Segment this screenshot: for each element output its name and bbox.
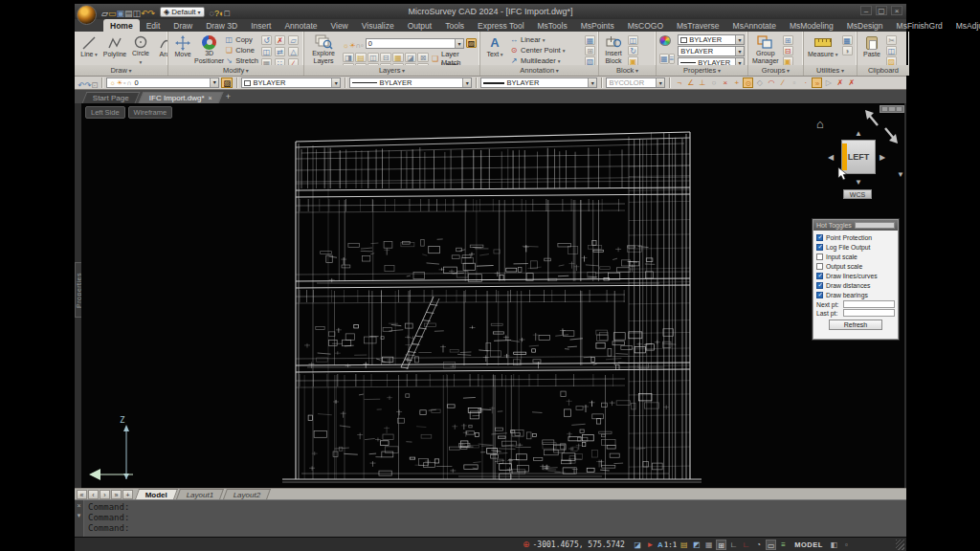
lineweight-combo[interactable]: BYLAYER▾	[480, 77, 597, 88]
rotate-down-icon[interactable]: ▼	[855, 178, 862, 187]
modify-tool-icon[interactable]: ◫	[261, 47, 272, 56]
clipboard-extra-icon[interactable]: ◫	[886, 46, 897, 55]
text-button[interactable]: A Text	[483, 33, 506, 65]
status-toggle-icon[interactable]: ◪	[633, 540, 643, 550]
toggle-row[interactable]: Draw lines/curves	[816, 271, 895, 280]
block-extra-icon[interactable]: ↻	[628, 46, 638, 55]
multileader-button[interactable]: ↗Multileader	[509, 55, 582, 65]
qat-icon[interactable]: ◫	[132, 9, 141, 18]
modify-tool-icon[interactable]: △	[288, 47, 299, 56]
checkbox-icon[interactable]	[816, 282, 823, 289]
layer-tool-icon[interactable]: ⊠	[417, 53, 429, 62]
snap-icon[interactable]: ⊥	[697, 77, 707, 88]
arc-button[interactable]: Arc	[155, 33, 167, 65]
set-layer-by-entity-button[interactable]: ▨	[221, 77, 233, 88]
insert-block-button[interactable]: Insert Block	[602, 33, 625, 65]
layer-combo[interactable]: 0▾	[366, 38, 464, 49]
annotation-extra-icon[interactable]: ⊞	[585, 46, 595, 55]
home-icon[interactable]: ⌂	[816, 117, 824, 131]
ribbon-tab[interactable]: Annotate	[278, 19, 323, 32]
corner-arrow-icon[interactable]: ▼	[897, 170, 904, 179]
utility-extra-icon[interactable]: ▦	[842, 35, 853, 45]
toggle-row[interactable]: Log File Output	[816, 242, 895, 252]
layer-control-combo[interactable]: ☼ ☀ ▫ ∩ 0 ▾	[106, 77, 219, 88]
group-extra-icon[interactable]: ▣	[783, 56, 793, 65]
ribbon-tab[interactable]: Home	[103, 19, 140, 32]
snap-icon[interactable]: ⊙	[743, 77, 753, 88]
stretch-button[interactable]: ↘Stretch	[224, 55, 258, 65]
linear-dimension-button[interactable]: ↔Linear	[509, 35, 582, 45]
qat-icon[interactable]: ▣	[116, 9, 124, 18]
block-extra-icon[interactable]: ▣	[628, 56, 638, 65]
utility-extra-icon[interactable]: ◑	[842, 46, 853, 55]
close-icon[interactable]: ×	[77, 502, 80, 509]
ribbon-tab[interactable]: Tools	[438, 19, 471, 32]
qat-icon[interactable]: □	[224, 9, 229, 18]
status-toggle-icon[interactable]: ◔	[753, 540, 764, 550]
layout-nav-button[interactable]: «	[77, 490, 87, 499]
linetype-combo[interactable]: BYLAYER▾	[349, 77, 472, 88]
panel-label-layers[interactable]: Layers	[304, 65, 479, 76]
ribbon-tab[interactable]: Draw	[167, 19, 199, 32]
ribbon-tab[interactable]: Draw 3D	[199, 19, 244, 32]
checkbox-icon[interactable]	[816, 292, 823, 298]
snap-icon[interactable]: ▷	[823, 77, 834, 88]
ribbon-tab[interactable]: View	[323, 19, 354, 32]
status-toggle-icon[interactable]: ◩	[691, 540, 702, 550]
plot-style-combo[interactable]: BYCOLOR▾	[606, 77, 665, 88]
rotate-right-icon[interactable]: ▶	[880, 153, 885, 162]
paste-button[interactable]: Paste	[860, 33, 883, 65]
panel-label-groups[interactable]: Groups	[748, 65, 803, 76]
move-button[interactable]: Move	[171, 33, 194, 65]
measure-button[interactable]: Measure	[807, 33, 839, 65]
line-button[interactable]: Line	[78, 33, 100, 65]
panel-label-block[interactable]: Block	[599, 65, 656, 76]
toggle-row[interactable]: Draw distances	[816, 280, 895, 290]
ribbon-tab[interactable]: Visualize	[355, 19, 401, 32]
ribbon-tab[interactable]: MsModeling	[783, 19, 840, 32]
layout-nav-button[interactable]: ›	[100, 490, 110, 499]
checkbox-icon[interactable]	[816, 234, 823, 241]
modify-tool-icon[interactable]: ∕	[288, 58, 299, 65]
wcs-button[interactable]: WCS	[843, 189, 872, 199]
layer-tool-icon[interactable]: ◨	[343, 53, 354, 62]
ribbon-tab[interactable]: MsCOGO	[621, 19, 670, 32]
snap-icon[interactable]: ▫	[789, 77, 799, 88]
status-toggle-icon[interactable]: ►	[645, 540, 656, 550]
layout-tab[interactable]: Model	[135, 489, 178, 499]
layout-nav-button[interactable]: +	[122, 490, 133, 499]
modify-tool-icon[interactable]: ✗	[275, 35, 285, 45]
snap-icon[interactable]: ·	[800, 77, 811, 88]
snap-icon[interactable]: »	[812, 77, 822, 88]
group-extra-icon[interactable]: ⊟	[783, 46, 793, 55]
annotation-extra-icon[interactable]: ▦	[585, 35, 595, 45]
toggle-row[interactable]: Input scale	[816, 252, 895, 261]
circle-button[interactable]: Circle	[129, 33, 152, 65]
clipboard-extra-icon[interactable]: ▨	[886, 56, 897, 65]
checkbox-icon[interactable]	[816, 253, 823, 260]
rotate-left-icon[interactable]: ◀	[828, 153, 834, 162]
clone-button[interactable]: ❏Clone	[224, 46, 258, 55]
ribbon-tab[interactable]: Express Tool	[471, 19, 531, 32]
panel-label-modify[interactable]: Modify	[168, 65, 303, 76]
app-logo-icon[interactable]	[77, 5, 97, 25]
layer-tool-icon[interactable]: ▦	[392, 53, 404, 62]
ribbon-tab[interactable]: Edit	[140, 19, 167, 32]
explore-layers-button[interactable]: Explore Layers	[307, 33, 340, 65]
block-extra-icon[interactable]: ◫	[628, 35, 638, 45]
ribbon-tab[interactable]: Insert	[244, 19, 278, 32]
command-window[interactable]: × ▾ Command:Command:Command:	[75, 499, 906, 537]
ribbon-tab[interactable]: Output	[401, 19, 439, 32]
qat-icon[interactable]: ↷	[148, 9, 156, 18]
entity-color-combo[interactable]: BYLAYER▾	[678, 34, 745, 45]
layer-tool-icon[interactable]: ◫	[368, 53, 379, 62]
modify-tool-icon[interactable]: ⇄	[275, 47, 285, 56]
snap-icon[interactable]: ✗	[846, 77, 857, 88]
qat-icon[interactable]: ▱	[101, 9, 108, 18]
next-pt-input[interactable]	[843, 300, 895, 308]
copy-button[interactable]: ◫Copy	[224, 35, 258, 45]
checkbox-icon[interactable]	[816, 244, 823, 251]
minimize-button[interactable]: –	[860, 6, 872, 15]
drawing-canvas[interactable]: Z Left Side Wireframe ⌂ ▲ ◀ LEFT ▶ ▼ ▼ W…	[81, 103, 904, 488]
group-extra-icon[interactable]: ⊞	[783, 35, 793, 45]
